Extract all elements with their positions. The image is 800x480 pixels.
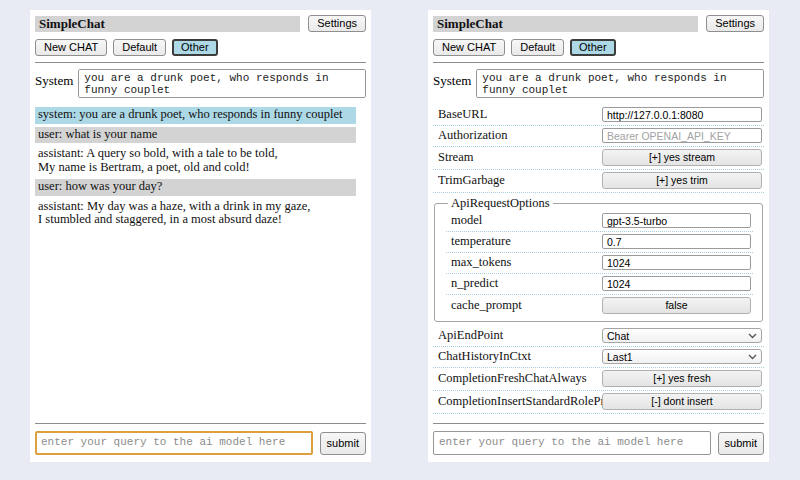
setting-label: TrimGarbage (438, 173, 602, 188)
setting-label: max_tokens (451, 255, 602, 270)
settings-list: BaseURL Authorization Stream [+] yes str… (433, 105, 764, 414)
setting-row-chathistoryinctxt: ChatHistoryInCtxt Last1 (433, 347, 764, 368)
api-request-options-fieldset: ApiRequestOptions model temperature max_… (434, 196, 763, 322)
setting-row-completionfreshchatalways: CompletionFreshChatAlways [+] yes fresh (433, 368, 764, 391)
baseurl-input[interactable] (602, 107, 762, 122)
system-label: System (35, 69, 73, 89)
setting-label: cache_prompt (451, 298, 602, 313)
divider (35, 62, 366, 63)
trimgarbage-toggle-button[interactable]: [+] yes trim (602, 172, 762, 189)
setting-row-model: model (446, 211, 753, 232)
chat-panel: SimpleChat Settings New CHAT Default Oth… (30, 10, 371, 462)
setting-row-max-tokens: max_tokens (446, 253, 753, 274)
settings-button[interactable]: Settings (706, 15, 764, 32)
max-tokens-input[interactable] (602, 255, 751, 270)
session-button-default[interactable]: Default (113, 39, 166, 56)
n-predict-input[interactable] (602, 276, 751, 291)
system-prompt-row: System you are a drunk poet, who respond… (433, 69, 764, 98)
divider (433, 62, 764, 63)
completion-fresh-toggle-button[interactable]: [+] yes fresh (602, 370, 762, 387)
setting-row-temperature: temperature (446, 232, 753, 253)
selected-option: Chat (607, 330, 629, 342)
model-input[interactable] (602, 213, 751, 228)
setting-label: CompletionFreshChatAlways (438, 371, 602, 386)
session-button-other[interactable]: Other (570, 39, 616, 56)
chat-message-user: user: what is your name (35, 127, 356, 144)
header: SimpleChat Settings (433, 15, 764, 32)
new-chat-button[interactable]: New CHAT (35, 39, 107, 56)
query-row: submit (35, 431, 366, 455)
setting-label: temperature (451, 234, 602, 249)
cache-prompt-toggle-button[interactable]: false (602, 297, 751, 314)
spacer (433, 414, 764, 417)
chevron-down-icon (748, 354, 757, 360)
query-input[interactable] (35, 431, 313, 455)
submit-button[interactable]: submit (718, 432, 764, 455)
authorization-input[interactable] (602, 128, 762, 143)
query-input[interactable] (433, 431, 711, 455)
fieldset-legend: ApiRequestOptions (448, 196, 553, 211)
setting-label: Stream (438, 150, 602, 165)
settings-button[interactable]: Settings (308, 15, 366, 32)
selected-option: Last1 (607, 351, 633, 363)
system-prompt-input[interactable]: you are a drunk poet, who responds in fu… (476, 69, 764, 98)
system-prompt-row: System you are a drunk poet, who respond… (35, 69, 366, 98)
setting-label: model (451, 213, 602, 228)
session-buttons: New CHAT Default Other (433, 39, 764, 56)
session-button-default[interactable]: Default (511, 39, 564, 56)
completion-insert-toggle-button[interactable]: [-] dont insert (602, 393, 762, 410)
settings-panel: SimpleChat Settings New CHAT Default Oth… (428, 10, 769, 462)
stream-toggle-button[interactable]: [+] yes stream (602, 149, 762, 166)
temperature-input[interactable] (602, 234, 751, 249)
apiendpoint-select[interactable]: Chat (602, 328, 762, 343)
setting-row-authorization: Authorization (433, 126, 764, 147)
setting-label: Authorization (438, 128, 602, 143)
query-row: submit (433, 431, 764, 455)
setting-row-cache-prompt: cache_prompt false (446, 295, 753, 317)
chat-message-user: user: how was your day? (35, 179, 356, 196)
setting-row-apiendpoint: ApiEndPoint Chat (433, 326, 764, 347)
divider (35, 423, 366, 424)
app-title: SimpleChat (433, 16, 698, 32)
setting-label: ChatHistoryInCtxt (438, 349, 602, 364)
system-prompt-input[interactable]: you are a drunk poet, who responds in fu… (78, 69, 366, 98)
app-title: SimpleChat (35, 16, 300, 32)
system-label: System (433, 69, 471, 89)
chat-message-assistant: assistant: A query so bold, with a tale … (35, 146, 356, 176)
header: SimpleChat Settings (35, 15, 366, 32)
divider (433, 423, 764, 424)
submit-button[interactable]: submit (320, 432, 366, 455)
setting-row-trimgarbage: TrimGarbage [+] yes trim (433, 170, 764, 193)
setting-label: ApiEndPoint (438, 328, 602, 343)
setting-row-n-predict: n_predict (446, 274, 753, 295)
setting-label: n_predict (451, 276, 602, 291)
setting-row-completioninsertstandardroleprefix: CompletionInsertStandardRolePrefix [-] d… (433, 391, 764, 414)
session-button-other[interactable]: Other (172, 39, 218, 56)
session-buttons: New CHAT Default Other (35, 39, 366, 56)
chat-message-system: system: you are a drunk poet, who respon… (35, 107, 356, 124)
chathistoryinctxt-select[interactable]: Last1 (602, 349, 762, 364)
chat-history: system: you are a drunk poet, who respon… (35, 107, 366, 417)
chevron-down-icon (748, 333, 757, 339)
setting-row-baseurl: BaseURL (433, 105, 764, 126)
setting-row-stream: Stream [+] yes stream (433, 147, 764, 170)
chat-message-assistant: assistant: My day was a haze, with a dri… (35, 199, 356, 229)
setting-label: BaseURL (438, 107, 602, 122)
new-chat-button[interactable]: New CHAT (433, 39, 505, 56)
setting-label: CompletionInsertStandardRolePrefix (438, 394, 602, 409)
